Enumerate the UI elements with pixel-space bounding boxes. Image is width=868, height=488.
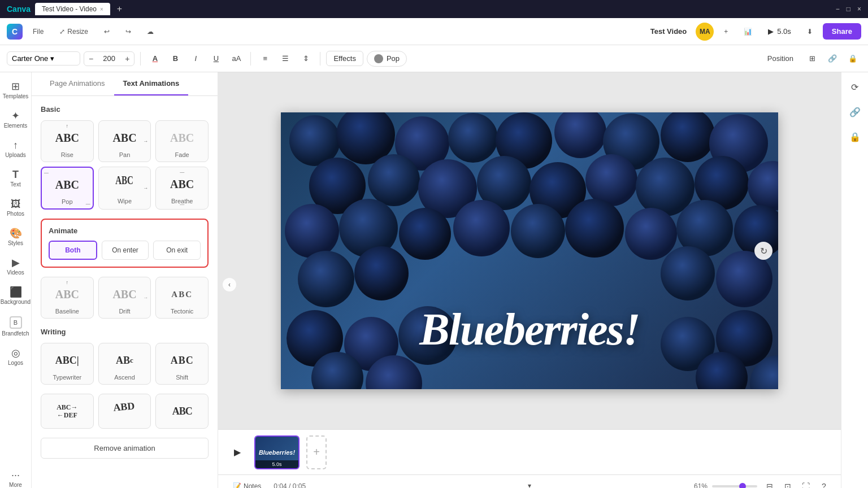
animation-card-ascend[interactable]: ABc Ascend [98, 343, 151, 385]
position-button[interactable]: Position [761, 51, 800, 66]
sidebar-item-logos[interactable]: ◎ Logos [2, 343, 29, 371]
animate-on-exit-button[interactable]: On exit [153, 241, 201, 260]
analytics-button[interactable]: 📊 [738, 25, 758, 38]
pop-anim-label: Pop [62, 198, 73, 205]
user-avatar[interactable]: MA [696, 23, 714, 41]
animation-card-wipe[interactable]: → ABC Wipe [98, 167, 151, 210]
zoom-slider[interactable] [712, 485, 757, 487]
share-button[interactable]: Share [823, 23, 861, 40]
uploads-label: Uploads [5, 152, 26, 158]
animation-card-breathe[interactable]: — — ABC Breathe [155, 167, 209, 210]
animate-on-enter-button[interactable]: On enter [102, 241, 149, 260]
underline-button[interactable]: U [207, 50, 224, 67]
spacing-button[interactable]: ⇕ [297, 50, 314, 67]
grid-view-button[interactable]: ⊟ [762, 478, 778, 489]
grid-button[interactable]: ⊞ [804, 50, 821, 67]
sidebar-item-photos[interactable]: 🖼 Photos [2, 194, 29, 221]
lock-button[interactable]: 🔒 [844, 50, 861, 67]
animation-card-tumble[interactable]: ABD [98, 394, 151, 429]
sidebar-item-text[interactable]: T Text [2, 165, 29, 192]
play-duration[interactable]: ▶ 5.0s [762, 24, 797, 38]
animation-card-block[interactable]: ABC→←DEF [41, 394, 94, 429]
sidebar-item-uploads[interactable]: ↑ Uploads [2, 136, 29, 163]
font-toolbar: Carter One ▾ − 200 + A B I U aA ≡ ☰ ⇕ Ef… [0, 45, 868, 72]
active-tab[interactable]: Test Video - Video × [35, 3, 110, 15]
effects-button[interactable]: Effects [326, 51, 363, 66]
sidebar-item-styles[interactable]: 🎨 Styles [2, 224, 29, 251]
stomp-preview: ABC [172, 401, 192, 421]
notes-button[interactable]: 📝 Notes [227, 480, 267, 489]
bold-button[interactable]: B [167, 50, 184, 67]
minimize-button[interactable]: − [836, 5, 840, 13]
animation-card-drift[interactable]: → ABC Drift [98, 277, 151, 319]
resize-icon: ⤢ [59, 28, 65, 36]
animation-card-pan[interactable]: → ABC Pan [98, 120, 151, 162]
add-collaborator-button[interactable]: + [718, 25, 734, 38]
font-selector[interactable]: Carter One ▾ [7, 51, 80, 66]
page-view-button[interactable]: ⊡ [780, 478, 796, 489]
animation-card-rise[interactable]: ↑ ABC Rise [41, 120, 94, 162]
increase-font-size-button[interactable]: + [120, 52, 134, 66]
add-tab-button[interactable]: + [117, 4, 122, 14]
svg-point-3 [448, 113, 498, 163]
more-label: More [9, 482, 22, 488]
text-color-button[interactable]: A [146, 50, 163, 67]
aa-button[interactable]: aA [228, 50, 245, 67]
undo-button[interactable]: ↩ [98, 25, 115, 38]
animation-card-baseline[interactable]: ↑ ABC Baseline [41, 277, 94, 319]
remove-animation-button[interactable]: Remove animation [41, 438, 209, 459]
download-button[interactable]: ⬇ [801, 25, 818, 38]
slide-thumbnail-1[interactable]: Blueberries! 5.0s [254, 435, 300, 469]
window-controls: − □ × [836, 5, 861, 13]
animation-card-typewriter[interactable]: ABC| Typewriter [41, 343, 94, 385]
canvas-main-text[interactable]: Blueberries! [419, 304, 639, 355]
decrease-font-size-button[interactable]: − [84, 52, 98, 66]
tab-text-animations[interactable]: Text Animations [114, 72, 189, 95]
animation-card-pop[interactable]: — — ABC Pop [41, 167, 94, 210]
help-button[interactable]: ? [816, 478, 832, 489]
right-panel-icon-1[interactable]: ⟳ [845, 77, 865, 97]
right-panel-icon-2[interactable]: 🔗 [845, 102, 865, 122]
drift-arrow-icon: → [143, 295, 148, 300]
cloud-save-button[interactable]: ☁ [141, 25, 159, 38]
file-button[interactable]: File [27, 25, 49, 38]
sidebar-item-videos[interactable]: ▶ Videos [2, 253, 29, 280]
align-button[interactable]: ≡ [257, 50, 274, 67]
pan-label: Pan [119, 151, 131, 158]
pop-animation-button[interactable]: Pop [367, 51, 407, 67]
animation-card-fade[interactable]: ABC Fade [155, 120, 209, 162]
sidebar-item-templates[interactable]: ⊞ Templates [2, 77, 29, 104]
animation-card-shift[interactable]: ABC Shift [155, 343, 209, 385]
project-title: Test Video [650, 27, 687, 36]
rise-arrow-icon: ↑ [66, 123, 69, 129]
play-button[interactable]: ▶ [227, 442, 248, 463]
animation-card-stomp[interactable]: ABC [155, 394, 209, 429]
add-slide-button[interactable]: + [306, 435, 327, 469]
italic-button[interactable]: I [187, 50, 204, 67]
sidebar-item-more[interactable]: ··· More [2, 465, 29, 488]
sidebar-item-elements[interactable]: ✦ Elements [2, 106, 29, 133]
fullscreen-button[interactable]: ⛶ [798, 478, 814, 489]
redo-button[interactable]: ↪ [120, 25, 137, 38]
tab-close-icon[interactable]: × [100, 6, 103, 12]
fade-preview: ABC [170, 128, 194, 148]
tab-page-animations[interactable]: Page Animations [41, 72, 114, 95]
left-sidebar: ⊞ Templates ✦ Elements ↑ Uploads T Text … [0, 72, 32, 488]
link-button[interactable]: 🔗 [824, 50, 841, 67]
right-panel-icon-3[interactable]: 🔒 [845, 127, 865, 147]
maximize-button[interactable]: □ [847, 5, 850, 13]
writing-row2-grid: ABC→←DEF ABD ABC [41, 394, 209, 429]
sidebar-item-background[interactable]: ⬛ Background [2, 282, 29, 310]
tab-title: Test Video - Video [42, 5, 97, 13]
animate-both-button[interactable]: Both [49, 241, 97, 260]
toolbar-divider-1 [140, 52, 141, 66]
scroll-left-icon[interactable]: ‹ [223, 278, 236, 291]
font-name-label: Carter One [12, 54, 48, 63]
animation-card-tectonic[interactable]: ABC Tectonic [155, 277, 209, 319]
canvas-refresh-button[interactable]: ↻ [754, 242, 772, 260]
close-button[interactable]: × [857, 5, 861, 13]
canva-app-logo: C [7, 24, 23, 40]
sidebar-item-brandfetch[interactable]: B Brandfetch [2, 312, 29, 341]
resize-button[interactable]: ⤢ Resize [54, 25, 94, 38]
list-button[interactable]: ☰ [277, 50, 294, 67]
